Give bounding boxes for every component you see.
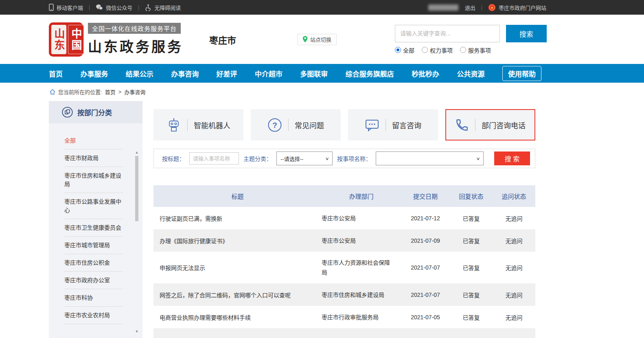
filter-title-label: 按标题： [162, 154, 185, 162]
home-icon [50, 89, 55, 94]
national-emblem-icon: ★ [488, 4, 496, 11]
radio-service-items[interactable]: 服务事项 [460, 46, 491, 54]
row-reply-status: 已答复 [450, 237, 493, 245]
department-sidebar: 按部门分类 全部 枣庄市财政局 枣庄市住房和城乡建设局 枣庄市公路事业发展中心 … [49, 101, 142, 338]
table-row[interactable] [153, 328, 535, 338]
scroll-up-icon[interactable]: ▲ [134, 150, 139, 154]
mobile-phone-icon [49, 4, 54, 11]
sidebar-item-finance-bureau[interactable]: 枣庄市财政局 [64, 149, 123, 167]
sidebar-item-science-association[interactable]: 枣庄市科协 [64, 289, 123, 307]
radio-all[interactable]: 全部 [395, 46, 414, 54]
filter-title-input[interactable] [189, 152, 239, 165]
tab-faq-label: 常见问题 [295, 120, 324, 130]
sidebar-scrollbar[interactable]: ▲ ▼ [134, 150, 139, 334]
row-reply-status: 已答复 [450, 263, 493, 272]
table-row[interactable]: 网签之后，除了合同二维码，官网哪个入口可以查呢 枣庄市住房和城乡建设局 2021… [153, 283, 535, 306]
site-switch-button[interactable]: 站点切换 [297, 34, 337, 45]
row-department: 枣庄市行政审批服务局 [322, 312, 401, 322]
nav-item-joint-review[interactable]: 多图联审 [300, 68, 328, 79]
nav-item-rating[interactable]: 好差评 [217, 68, 237, 79]
breadcrumb: 您当前所在的位置: 首页 > 办事咨询 [0, 83, 644, 101]
nav-item-instant-approval[interactable]: 秒批秒办 [412, 68, 439, 79]
topbar-divider: | [89, 4, 90, 10]
header-search-button[interactable]: 搜索 [506, 25, 547, 42]
row-followup-status: 无追问 [493, 214, 535, 222]
radio-selected-icon [395, 47, 401, 53]
city-name: 枣庄市 [209, 33, 236, 46]
item-name-select[interactable]: ∨ [376, 151, 484, 165]
row-title-link[interactable]: 网签之后，除了合同二维码，官网哪个入口可以查呢 [153, 291, 322, 299]
topic-select[interactable]: --请选择-- ∨ [276, 151, 333, 165]
chevron-down-icon: ∨ [325, 156, 329, 161]
wechat-link[interactable]: 微信公众号 [96, 4, 132, 11]
table-header-row: 标题 办理部门 提交日期 回复状态 追问状态 [153, 185, 535, 207]
sidebar-item-health-commission[interactable]: 枣庄市卫生健康委员会 [64, 219, 123, 237]
sidebar-item-highway-center[interactable]: 枣庄市公路事业发展中心 [64, 193, 123, 219]
tab-department-phone[interactable]: 部门咨询电话 [445, 109, 535, 140]
nav-item-flagship-store[interactable]: 综合服务旗舰店 [346, 68, 394, 79]
sidebar-item-government-office[interactable]: 枣庄市政府办公室 [64, 272, 123, 289]
row-date: 2021-07-09 [401, 237, 450, 244]
tab-divider [386, 119, 386, 131]
row-reply-status: 已答复 [450, 313, 493, 321]
accessibility-link[interactable]: 无障碍阅读 [145, 4, 181, 11]
wechat-icon [96, 4, 103, 11]
filter-search-button[interactable]: 搜 索 [494, 151, 530, 165]
table-row[interactable]: 办理《国际旅行健康证书》 枣庄市公安局 2021-07-09 已答复 无追问 [153, 229, 535, 252]
nav-item-public-resources[interactable]: 公共资源 [457, 68, 485, 79]
nav-item-intermediary[interactable]: 中介超市 [255, 68, 283, 79]
column-header-reply-status: 回复状态 [450, 192, 493, 200]
row-followup-status: 无追问 [493, 291, 535, 299]
tab-message-consult[interactable]: 留言咨询 [348, 109, 438, 140]
row-title-link[interactable]: 申报网页无法显示 [153, 263, 322, 272]
chevron-down-icon: ∨ [476, 156, 480, 161]
logout-link[interactable]: 退出 [465, 4, 475, 11]
breadcrumb-home-link[interactable]: 首页 [105, 88, 116, 96]
tab-smart-robot[interactable]: 智能机器人 [153, 109, 243, 140]
sidebar-item-all[interactable]: 全部 [64, 132, 123, 149]
platform-banner: 全国一体化在线政务服务平台 [88, 23, 181, 34]
row-date: 2021-07-12 [401, 215, 450, 222]
nav-item-help[interactable]: 使用帮助 [502, 66, 541, 81]
nav-item-results[interactable]: 结果公示 [126, 68, 153, 79]
scrollbar-thumb[interactable] [135, 156, 138, 221]
row-title-link[interactable]: 办理《国际旅行健康证书》 [153, 237, 322, 245]
table-row[interactable]: 申报网页无法显示 枣庄市人力资源和社会保障局 2021-07-07 已答复 无追… [153, 252, 535, 283]
seal-text-china: 中国 [68, 25, 84, 54]
sidebar-item-agriculture-bureau[interactable]: 枣庄市农业农村局 [64, 307, 123, 324]
nav-item-services[interactable]: 办事服务 [80, 68, 108, 79]
accessibility-icon [145, 4, 151, 11]
table-row[interactable]: 行驶证副页已满，需换新 枣庄市公安局 2021-07-12 已答复 无追问 [153, 207, 535, 229]
portal-label: 枣庄市政府门户网站 [499, 4, 546, 11]
row-title-link[interactable]: 行驶证副页已满，需换新 [153, 214, 322, 222]
accessibility-label: 无障碍阅读 [154, 4, 181, 11]
main-content: 智能机器人 ? 常见问题 留言咨询 部门咨询电话 按标题： 主题分类： [153, 101, 535, 338]
sidebar-item-city-management[interactable]: 枣庄市城市管理局 [64, 237, 123, 254]
radio-service-label: 服务事项 [468, 46, 491, 54]
table-row[interactable]: 电商营业执照办理需要哪些材料手续 枣庄市行政审批服务局 2021-07-05 已… [153, 306, 535, 328]
tab-faq[interactable]: ? 常见问题 [251, 109, 341, 140]
mobile-client-link[interactable]: 移动客户端 [49, 4, 83, 11]
radio-unselected-icon [422, 47, 428, 53]
portal-link[interactable]: ★ 枣庄市政府门户网站 [488, 4, 546, 11]
main-nav: 首页 办事服务 结果公示 办事咨询 好差评 中介超市 多图联审 综合服务旗舰店 … [0, 64, 644, 83]
tab-divider [288, 119, 289, 131]
nav-item-home[interactable]: 首页 [49, 68, 63, 79]
row-title-link[interactable]: 电商营业执照办理需要哪些材料手续 [153, 313, 322, 321]
column-header-date: 提交日期 [401, 192, 450, 200]
breadcrumb-separator: > [118, 89, 122, 95]
column-header-title: 标题 [153, 192, 322, 200]
nav-item-consultation[interactable]: 办事咨询 [171, 68, 199, 79]
scroll-down-icon[interactable]: ▼ [134, 329, 139, 334]
site-logo[interactable]: 山东 中国 全国一体化在线政务服务平台 山东政务服务 [49, 22, 183, 57]
sidebar-item-housing-fund[interactable]: 枣庄市住房公积金 [64, 254, 123, 272]
radio-all-label: 全部 [403, 46, 414, 54]
row-department: 枣庄市公安局 [322, 213, 401, 223]
sidebar-item-housing-construction[interactable]: 枣庄市住房和城乡建设局 [64, 167, 123, 193]
radio-power-items[interactable]: 权力事项 [422, 46, 453, 54]
svg-text:?: ? [272, 121, 277, 129]
keyword-search-input[interactable] [395, 25, 500, 42]
filter-item-label: 按事项名称： [337, 154, 371, 162]
site-switch-label: 站点切换 [310, 35, 331, 43]
breadcrumb-prefix: 您当前所在的位置: [58, 88, 102, 96]
